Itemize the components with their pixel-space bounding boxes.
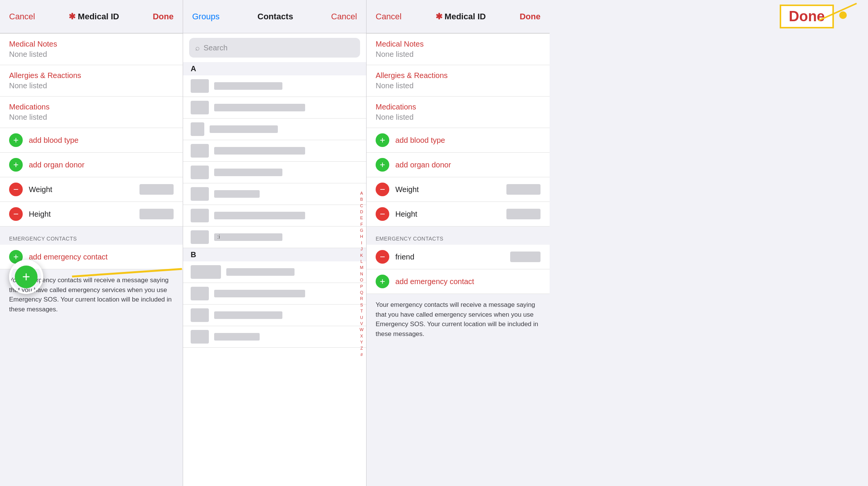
contact-avatar [191, 308, 209, 322]
right-add-blood-type-row[interactable]: + add blood type [367, 128, 550, 153]
right-remove-height-button[interactable]: − [376, 207, 389, 221]
medical-notes-value: None listed [9, 50, 47, 59]
left-done-button[interactable]: Done [153, 12, 174, 22]
weight-label: Weight [29, 185, 133, 194]
right-add-organ-donor-icon: + [380, 160, 385, 169]
right-emergency-note: Your emergency contacts will receive a m… [367, 294, 550, 345]
alpha-c[interactable]: C [360, 203, 363, 209]
right-asterisk-icon: ✱ [436, 12, 442, 22]
add-blood-type-row[interactable]: + add blood type [0, 128, 183, 153]
right-allergies-row: Allergies & Reactions None listed [367, 65, 550, 97]
contact-name [214, 147, 305, 155]
contact-row[interactable] [183, 183, 366, 205]
right-scroll-content: Medical Notes None listed Allergies & Re… [367, 33, 550, 486]
contact-row[interactable] [183, 75, 366, 97]
add-emergency-contact-row[interactable]: + add emergency contact [0, 245, 183, 269]
search-bar[interactable]: ⌕ Search [189, 38, 360, 58]
alpha-e[interactable]: E [360, 215, 363, 221]
groups-button[interactable]: Groups [192, 12, 219, 22]
alpha-s[interactable]: S [360, 302, 363, 308]
left-cancel-button[interactable]: Cancel [9, 12, 35, 22]
right-add-emergency-contact-row[interactable]: + add emergency contact [367, 269, 550, 294]
right-add-organ-donor-button[interactable]: + [376, 158, 389, 172]
svg-line-1 [819, 3, 857, 20]
remove-height-icon: − [13, 209, 19, 219]
done-annotation: Done [780, 5, 834, 28]
alpha-m[interactable]: M [360, 265, 363, 270]
alpha-o[interactable]: O [360, 277, 363, 283]
contact-row[interactable] [183, 283, 366, 305]
alpha-d[interactable]: D [360, 209, 363, 215]
alpha-v[interactable]: V [360, 321, 363, 327]
add-organ-donor-button[interactable]: + [9, 158, 23, 172]
contacts-list[interactable]: A [183, 62, 366, 486]
alphabet-index[interactable]: A B C D E F G H I J K L M N O P Q R S T [358, 62, 365, 486]
right-remove-weight-button[interactable]: − [376, 183, 389, 196]
alpha-l[interactable]: L [360, 259, 363, 264]
alpha-y[interactable]: Y [360, 339, 363, 345]
contact-row[interactable]: :i [183, 227, 366, 248]
remove-weight-button[interactable]: − [9, 183, 23, 196]
height-row[interactable]: − Height [0, 202, 183, 227]
contacts-cancel-button[interactable]: Cancel [331, 12, 357, 22]
contact-row[interactable] [183, 162, 366, 183]
right-panel: Cancel ✱ Medical ID Done Medical Notes N… [367, 0, 550, 486]
contact-row[interactable] [183, 140, 366, 162]
alpha-i[interactable]: I [361, 240, 362, 246]
contact-name [214, 290, 305, 297]
height-value [139, 209, 174, 219]
right-height-row[interactable]: − Height [367, 202, 550, 227]
friend-contact-row[interactable]: − friend [367, 245, 550, 269]
alpha-u[interactable]: U [360, 315, 363, 320]
alpha-t[interactable]: T [360, 308, 363, 314]
alpha-k[interactable]: K [360, 253, 363, 258]
medications-label: Medications [9, 103, 50, 111]
add-blood-type-icon: + [13, 136, 19, 145]
contact-row[interactable] [183, 205, 366, 227]
right-add-emergency-contact-button[interactable]: + [376, 275, 389, 288]
right-medical-notes-value: None listed [376, 50, 414, 59]
right-nav-bar: Cancel ✱ Medical ID Done [367, 0, 550, 33]
right-cancel-button[interactable]: Cancel [376, 12, 401, 22]
alpha-j[interactable]: J [360, 246, 363, 252]
alpha-g[interactable]: G [360, 228, 363, 233]
right-add-emergency-contact-icon: + [380, 277, 385, 286]
remove-friend-button[interactable]: − [376, 250, 389, 264]
add-organ-donor-row[interactable]: + add organ donor [0, 153, 183, 177]
alpha-hash[interactable]: # [360, 352, 363, 358]
right-add-organ-donor-label: add organ donor [395, 161, 451, 169]
alpha-p[interactable]: P [360, 284, 363, 289]
contact-avatar [191, 209, 209, 222]
alpha-x[interactable]: X [360, 333, 363, 339]
add-blood-type-button[interactable]: + [9, 133, 23, 147]
weight-row[interactable]: − Weight [0, 177, 183, 202]
medical-notes-row: Medical Notes None listed [0, 33, 183, 65]
alpha-f[interactable]: F [360, 222, 363, 227]
right-weight-row[interactable]: − Weight [367, 177, 550, 202]
search-icon: ⌕ [195, 44, 200, 52]
contact-row[interactable] [183, 305, 366, 326]
alpha-b[interactable]: B [360, 197, 363, 202]
contact-row[interactable] [183, 326, 366, 348]
right-weight-value [506, 184, 541, 195]
right-allergies-value: None listed [376, 81, 414, 90]
left-nav-title: ✱ Medical ID [69, 12, 119, 22]
alpha-w[interactable]: W [360, 327, 363, 333]
contacts-nav-bar: Groups Contacts Cancel [183, 0, 366, 33]
contact-row[interactable] [183, 119, 366, 140]
contact-row[interactable] [183, 97, 366, 119]
right-add-blood-type-button[interactable]: + [376, 133, 389, 147]
right-add-organ-donor-row[interactable]: + add organ donor [367, 153, 550, 177]
alpha-h[interactable]: H [360, 234, 363, 239]
remove-height-button[interactable]: − [9, 207, 23, 221]
right-done-button[interactable]: Done [520, 12, 541, 22]
remove-weight-icon: − [13, 185, 19, 194]
add-emergency-contact-button[interactable]: + [9, 250, 23, 264]
alpha-r[interactable]: R [360, 296, 363, 302]
medications-row: Medications None listed [0, 97, 183, 128]
alpha-z[interactable]: Z [360, 345, 363, 351]
alpha-q[interactable]: Q [360, 290, 363, 295]
alpha-n[interactable]: N [360, 271, 363, 277]
alpha-a[interactable]: A [360, 191, 363, 196]
contact-row[interactable] [183, 261, 366, 283]
